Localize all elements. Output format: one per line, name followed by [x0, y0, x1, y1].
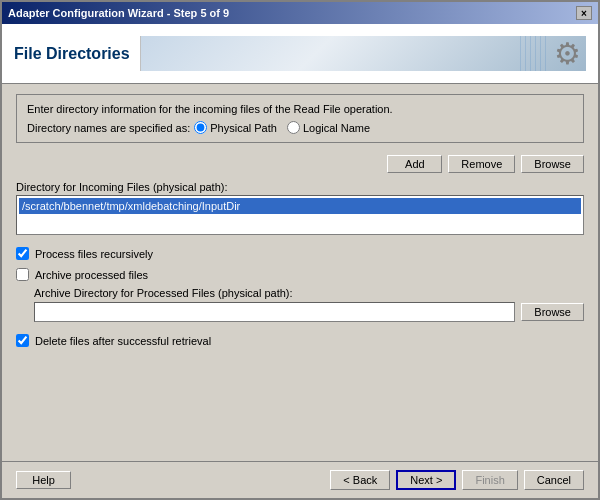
finish-button[interactable]: Finish	[462, 470, 517, 490]
directory-label: Directory for Incoming Files (physical p…	[16, 181, 584, 193]
directory-list[interactable]: /scratch/bbennet/tmp/xmldebatching/Input…	[16, 195, 584, 235]
add-button[interactable]: Add	[387, 155, 442, 173]
delete-files-row[interactable]: Delete files after successful retrieval	[16, 334, 584, 347]
archive-browse-button[interactable]: Browse	[521, 303, 584, 321]
delete-files-label: Delete files after successful retrieval	[35, 335, 211, 347]
browse-button[interactable]: Browse	[521, 155, 584, 173]
help-button[interactable]: Help	[16, 471, 71, 489]
logical-name-label: Logical Name	[303, 122, 370, 134]
delete-files-checkbox[interactable]	[16, 334, 29, 347]
archive-section: Archive processed files Archive Director…	[16, 268, 584, 322]
action-buttons-row: Add Remove Browse	[16, 155, 584, 173]
process-recursive-row[interactable]: Process files recursively	[16, 247, 584, 260]
radio-logical-item[interactable]: Logical Name	[287, 121, 370, 134]
physical-path-radio[interactable]	[194, 121, 207, 134]
header-area: File Directories ⚙	[2, 24, 598, 84]
archive-path-label: Archive Directory for Processed Files (p…	[16, 287, 584, 299]
page-title: File Directories	[14, 45, 130, 63]
wizard-window: Adapter Configuration Wizard - Step 5 of…	[0, 0, 600, 500]
window-title: Adapter Configuration Wizard - Step 5 of…	[8, 7, 229, 19]
header-decoration: ⚙	[140, 36, 586, 71]
title-bar: Adapter Configuration Wizard - Step 5 of…	[2, 2, 598, 24]
radio-prefix: Directory names are specified as:	[27, 122, 190, 134]
cancel-button[interactable]: Cancel	[524, 470, 584, 490]
back-button[interactable]: < Back	[330, 470, 390, 490]
physical-path-label: Physical Path	[210, 122, 277, 134]
logical-name-radio[interactable]	[287, 121, 300, 134]
process-recursive-checkbox[interactable]	[16, 247, 29, 260]
archive-path-input[interactable]	[34, 302, 515, 322]
radio-physical-item[interactable]: Physical Path	[194, 121, 277, 134]
content-area: Enter directory information for the inco…	[2, 84, 598, 461]
radio-group: Directory names are specified as: Physic…	[27, 121, 573, 134]
archive-checkbox[interactable]	[16, 268, 29, 281]
description-text: Enter directory information for the inco…	[27, 103, 573, 115]
archive-input-area: Browse	[16, 302, 584, 322]
info-box: Enter directory information for the inco…	[16, 94, 584, 143]
remove-button[interactable]: Remove	[448, 155, 515, 173]
archive-header: Archive processed files	[16, 268, 584, 281]
archive-label: Archive processed files	[35, 269, 148, 281]
close-button[interactable]: ×	[576, 6, 592, 20]
footer: Help < Back Next > Finish Cancel	[2, 461, 598, 498]
next-button[interactable]: Next >	[396, 470, 456, 490]
directory-value: /scratch/bbennet/tmp/xmldebatching/Input…	[19, 198, 581, 214]
gear-icon: ⚙	[554, 36, 581, 71]
directory-section: Directory for Incoming Files (physical p…	[16, 181, 584, 235]
footer-nav-buttons: < Back Next > Finish Cancel	[330, 470, 584, 490]
process-recursive-label: Process files recursively	[35, 248, 153, 260]
deco-lines	[520, 36, 546, 71]
